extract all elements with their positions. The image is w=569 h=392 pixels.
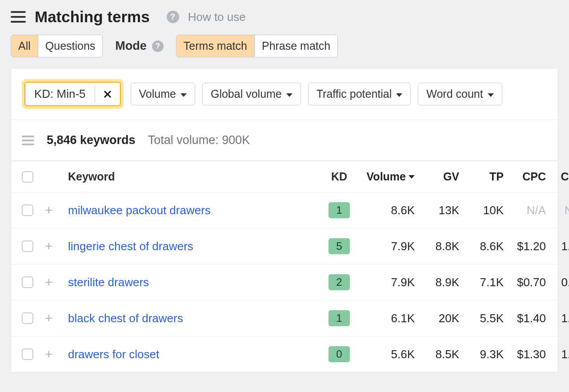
- word-count-filter[interactable]: Word count: [418, 83, 502, 105]
- traffic-potential-filter[interactable]: Traffic potential: [308, 83, 411, 105]
- cell-cps: 1.09: [546, 348, 569, 361]
- keyword-link[interactable]: lingerie chest of drawers: [68, 240, 321, 253]
- filter-tab-group: All Questions: [11, 35, 103, 57]
- col-cpc[interactable]: CPC: [504, 170, 546, 183]
- keyword-link[interactable]: black chest of drawers: [68, 312, 321, 325]
- chevron-down-icon: [180, 93, 187, 97]
- col-cps[interactable]: CPS: [546, 170, 569, 183]
- global-volume-filter[interactable]: Global volume: [202, 83, 301, 105]
- keyword-link[interactable]: milwaukee packout drawers: [68, 204, 321, 217]
- keyword-link[interactable]: sterilite drawers: [68, 276, 321, 289]
- col-tp[interactable]: TP: [459, 170, 504, 183]
- filters-row: KD: Min-5 Volume Global volume Traffic p…: [11, 68, 558, 120]
- menu-icon[interactable]: [11, 11, 26, 23]
- kd-badge: 1: [329, 202, 350, 218]
- cell-gv: 8.9K: [415, 276, 459, 289]
- cell-cps: 1.15: [546, 312, 569, 325]
- cell-tp: 9.3K: [459, 348, 504, 361]
- totals-row: 5,846 keywords Total volume: 900K: [11, 120, 558, 160]
- kd-badge: 5: [329, 238, 350, 254]
- expand-icon[interactable]: +: [45, 240, 68, 253]
- list-icon[interactable]: [22, 136, 34, 145]
- cell-cps: N/A: [546, 204, 569, 217]
- kd-filter-label: KD: Min-5: [25, 83, 95, 105]
- expand-icon[interactable]: +: [45, 312, 68, 325]
- sort-desc-icon: [409, 175, 415, 179]
- cell-cpc: $0.70: [504, 276, 546, 289]
- tab-all[interactable]: All: [11, 35, 38, 57]
- row-checkbox[interactable]: [22, 348, 33, 360]
- chevron-down-icon: [488, 93, 494, 97]
- results-panel: KD: Min-5 Volume Global volume Traffic p…: [11, 68, 558, 373]
- table-row: +black chest of drawers16.1K20K5.5K$1.40…: [11, 300, 558, 336]
- cell-cpc: N/A: [504, 204, 546, 217]
- kd-badge: 0: [329, 346, 350, 362]
- cell-volume: 7.9K: [357, 276, 415, 289]
- cell-cps: 1.33: [546, 240, 569, 253]
- row-checkbox[interactable]: [22, 204, 33, 216]
- col-kd[interactable]: KD: [321, 170, 357, 183]
- cell-cpc: $1.20: [504, 240, 546, 253]
- cell-gv: 8.8K: [415, 240, 459, 253]
- cell-gv: 13K: [415, 204, 459, 217]
- keyword-count: 5,846 keywords: [47, 133, 136, 147]
- kd-filter-remove[interactable]: [95, 85, 120, 103]
- cell-tp: 7.1K: [459, 276, 504, 289]
- mode-tab-group: Terms match Phrase match: [176, 35, 338, 57]
- col-volume[interactable]: Volume: [357, 170, 415, 183]
- cell-volume: 6.1K: [357, 312, 415, 325]
- page-title: Matching terms: [35, 8, 150, 26]
- table-header-row: Keyword KD Volume GV TP CPC CPS: [11, 161, 558, 192]
- cell-volume: 5.6K: [357, 348, 415, 361]
- cell-cpc: $1.40: [504, 312, 546, 325]
- table-row: +lingerie chest of drawers57.9K8.8K8.6K$…: [11, 228, 558, 264]
- cell-cps: 0.99: [546, 276, 569, 289]
- cell-volume: 7.9K: [357, 240, 415, 253]
- expand-icon[interactable]: +: [45, 276, 68, 289]
- kd-badge: 1: [329, 310, 350, 326]
- cell-gv: 8.5K: [415, 348, 459, 361]
- table-row: +drawers for closet05.6K8.5K9.3K$1.301.0…: [11, 336, 558, 372]
- table-row: +sterilite drawers27.9K8.9K7.1K$0.700.99: [11, 264, 558, 300]
- help-icon[interactable]: ?: [152, 40, 164, 52]
- cell-tp: 5.5K: [459, 312, 504, 325]
- cell-cpc: $1.30: [504, 348, 546, 361]
- cell-volume: 8.6K: [357, 204, 415, 217]
- how-to-use-link[interactable]: How to use: [188, 10, 246, 24]
- col-gv[interactable]: GV: [415, 170, 459, 183]
- total-volume: Total volume: 900K: [148, 133, 250, 147]
- table-row: +milwaukee packout drawers18.6K13K10KN/A…: [11, 192, 558, 228]
- volume-filter[interactable]: Volume: [131, 83, 195, 105]
- chevron-down-icon: [396, 93, 402, 97]
- kd-filter-highlight: KD: Min-5: [22, 79, 124, 109]
- keyword-link[interactable]: drawers for closet: [68, 348, 321, 361]
- kd-filter-chip[interactable]: KD: Min-5: [24, 82, 121, 106]
- col-keyword[interactable]: Keyword: [68, 170, 321, 183]
- row-checkbox[interactable]: [22, 276, 33, 288]
- select-all-checkbox[interactable]: [22, 171, 33, 183]
- expand-icon[interactable]: +: [45, 204, 68, 217]
- keywords-table: Keyword KD Volume GV TP CPC CPS +milwauk…: [11, 160, 558, 372]
- row-checkbox[interactable]: [22, 312, 33, 324]
- tab-questions[interactable]: Questions: [38, 35, 103, 57]
- expand-icon[interactable]: +: [45, 348, 68, 361]
- cell-tp: 10K: [459, 204, 504, 217]
- cell-gv: 20K: [415, 312, 459, 325]
- row-checkbox[interactable]: [22, 240, 33, 252]
- kd-badge: 2: [329, 274, 350, 290]
- help-icon[interactable]: ?: [167, 11, 179, 23]
- tab-phrase-match[interactable]: Phrase match: [255, 35, 337, 57]
- tab-terms-match[interactable]: Terms match: [176, 35, 255, 57]
- mode-label: Mode ?: [115, 39, 164, 53]
- cell-tp: 8.6K: [459, 240, 504, 253]
- chevron-down-icon: [286, 93, 293, 97]
